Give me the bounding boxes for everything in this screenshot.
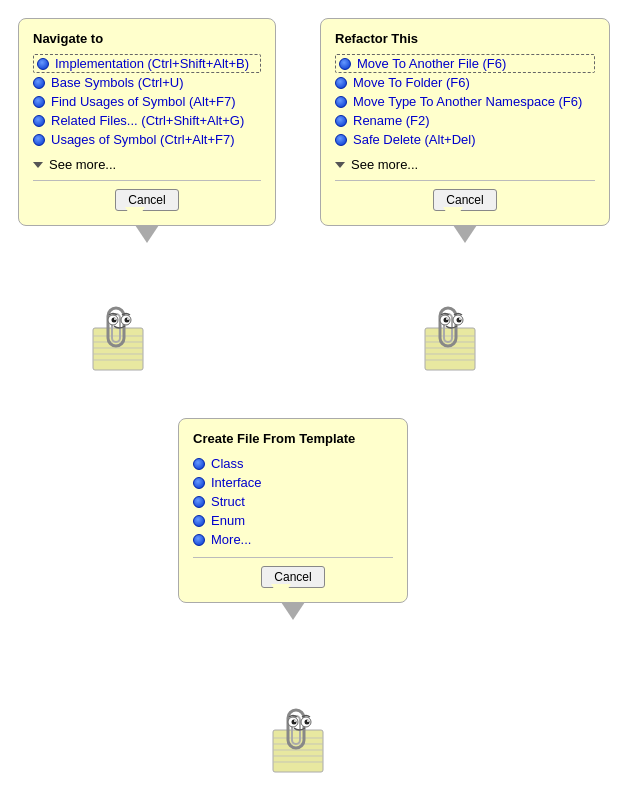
blue-dot-icon — [335, 96, 347, 108]
blue-dot-icon — [339, 58, 351, 70]
blue-dot-icon — [193, 496, 205, 508]
svg-point-39 — [305, 720, 310, 725]
item-label: Find Usages of Symbol (Alt+F7) — [51, 94, 236, 109]
item-label: Usages of Symbol (Ctrl+Alt+F7) — [51, 132, 235, 147]
navigate-items: Implementation (Ctrl+Shift+Alt+B) Base S… — [33, 54, 261, 149]
list-item[interactable]: Move To Folder (F6) — [335, 73, 595, 92]
list-item[interactable]: Move To Another File (F6) — [335, 54, 595, 73]
list-item[interactable]: Find Usages of Symbol (Alt+F7) — [33, 92, 261, 111]
clippy-left — [88, 298, 158, 368]
list-item[interactable]: Move Type To Another Namespace (F6) — [335, 92, 595, 111]
svg-point-13 — [127, 318, 129, 320]
list-item[interactable]: Safe Delete (Alt+Del) — [335, 130, 595, 149]
list-item[interactable]: Implementation (Ctrl+Shift+Alt+B) — [33, 54, 261, 73]
clippy-mascot-svg — [88, 298, 158, 378]
arrow-down-icon — [335, 162, 345, 168]
svg-point-41 — [307, 720, 309, 722]
list-item[interactable]: Usages of Symbol (Ctrl+Alt+F7) — [33, 130, 261, 149]
create-items: Class Interface Struct Enum More... — [193, 454, 393, 549]
item-label: Enum — [211, 513, 245, 528]
svg-point-40 — [294, 720, 296, 722]
blue-dot-icon — [335, 134, 347, 146]
create-popup: Create File From Template Class Interfac… — [178, 418, 408, 603]
refactor-see-more-button[interactable]: See more... — [335, 157, 595, 172]
see-more-button[interactable]: See more... — [33, 157, 261, 172]
list-item[interactable]: Interface — [193, 473, 393, 492]
svg-point-25 — [457, 318, 462, 323]
navigate-title: Navigate to — [33, 31, 261, 46]
blue-dot-icon — [335, 77, 347, 89]
blue-dot-icon — [193, 458, 205, 470]
list-item[interactable]: Base Symbols (Ctrl+U) — [33, 73, 261, 92]
svg-rect-28 — [273, 730, 323, 772]
divider — [335, 180, 595, 181]
clippy-mascot-svg-2 — [420, 298, 490, 378]
svg-point-27 — [459, 318, 461, 320]
refactor-items: Move To Another File (F6) Move To Folder… — [335, 54, 595, 149]
refactor-title: Refactor This — [335, 31, 595, 46]
blue-dot-icon — [193, 515, 205, 527]
blue-dot-icon — [33, 115, 45, 127]
blue-dot-icon — [193, 534, 205, 546]
item-label: Move To Another File (F6) — [357, 56, 506, 71]
item-label: Class — [211, 456, 244, 471]
svg-point-11 — [125, 318, 130, 323]
list-item[interactable]: More... — [193, 530, 393, 549]
list-item[interactable]: Related Files... (Ctrl+Shift+Alt+G) — [33, 111, 261, 130]
item-label: Rename (F2) — [353, 113, 430, 128]
navigate-popup: Navigate to Implementation (Ctrl+Shift+A… — [18, 18, 276, 226]
item-label: Related Files... (Ctrl+Shift+Alt+G) — [51, 113, 244, 128]
item-label: Safe Delete (Alt+Del) — [353, 132, 475, 147]
divider — [193, 557, 393, 558]
svg-point-10 — [112, 318, 117, 323]
svg-rect-0 — [93, 328, 143, 370]
item-label: Interface — [211, 475, 262, 490]
create-title: Create File From Template — [193, 431, 393, 446]
blue-dot-icon — [335, 115, 347, 127]
svg-point-38 — [292, 720, 297, 725]
item-label: More... — [211, 532, 251, 547]
see-more-label: See more... — [49, 157, 116, 172]
item-label: Base Symbols (Ctrl+U) — [51, 75, 184, 90]
blue-dot-icon — [33, 134, 45, 146]
item-label: Struct — [211, 494, 245, 509]
item-label: Move To Folder (F6) — [353, 75, 470, 90]
blue-dot-icon — [33, 96, 45, 108]
clippy-bottom — [268, 700, 338, 770]
list-item[interactable]: Class — [193, 454, 393, 473]
svg-rect-14 — [425, 328, 475, 370]
list-item[interactable]: Rename (F2) — [335, 111, 595, 130]
item-label: Implementation (Ctrl+Shift+Alt+B) — [55, 56, 249, 71]
item-label: Move Type To Another Namespace (F6) — [353, 94, 582, 109]
clippy-right — [420, 298, 490, 368]
blue-dot-icon — [193, 477, 205, 489]
blue-dot-icon — [33, 77, 45, 89]
blue-dot-icon — [37, 58, 49, 70]
refactor-popup: Refactor This Move To Another File (F6) … — [320, 18, 610, 226]
list-item[interactable]: Struct — [193, 492, 393, 511]
page-container: Navigate to Implementation (Ctrl+Shift+A… — [0, 0, 621, 795]
divider — [33, 180, 261, 181]
arrow-down-icon — [33, 162, 43, 168]
clippy-mascot-svg-3 — [268, 700, 338, 780]
list-item[interactable]: Enum — [193, 511, 393, 530]
svg-point-26 — [446, 318, 448, 320]
see-more-label: See more... — [351, 157, 418, 172]
svg-point-24 — [444, 318, 449, 323]
svg-point-12 — [114, 318, 116, 320]
